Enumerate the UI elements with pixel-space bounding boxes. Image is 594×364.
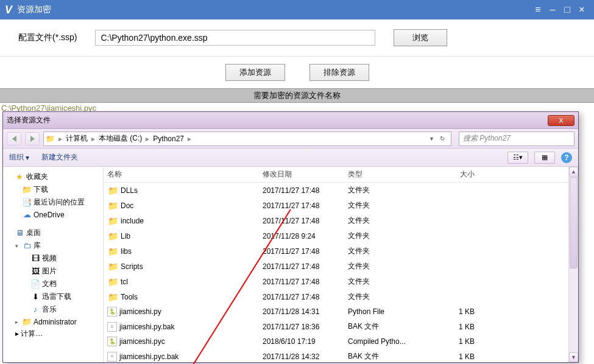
tree-administrator[interactable]: ▸📁Administrator	[4, 316, 102, 327]
col-date[interactable]: 修改日期	[259, 167, 344, 182]
file-row[interactable]: 🐍jiamiceshi.py2017/11/28 14:31Python Fil…	[104, 304, 578, 319]
app-logo: V	[5, 4, 12, 16]
file-row[interactable]: ≡jiamiceshi.py.bak2017/11/27 18:36BAK 文件…	[104, 319, 578, 334]
file-row[interactable]: 📁libs2017/11/27 17:48文件夹	[104, 243, 578, 259]
refresh-button[interactable]: ↻	[437, 134, 447, 144]
file-date: 2018/6/10 17:19	[259, 335, 344, 348]
dialog-title: 选择资源文件	[7, 115, 548, 125]
tree-desktop[interactable]: 🖥桌面	[4, 226, 102, 239]
file-name: tcl	[121, 278, 128, 286]
browse-button[interactable]: 浏览	[394, 29, 447, 46]
file-name: jiamiceshi.py	[119, 307, 161, 316]
video-icon: 🎞	[30, 254, 40, 263]
file-list: 名称 修改日期 类型 大小 📁DLLs2017/11/27 17:48文件夹📁D…	[104, 167, 578, 362]
file-row[interactable]: 📁Doc2017/11/27 17:48文件夹	[104, 198, 578, 213]
col-name[interactable]: 名称	[104, 167, 259, 182]
tree-pictures[interactable]: 🖼图片	[4, 265, 102, 278]
maximize-button[interactable]: □	[560, 4, 575, 15]
folder-icon: 📁	[107, 201, 118, 211]
new-folder-button[interactable]: 新建文件夹	[41, 152, 78, 163]
file-type: 文件夹	[344, 289, 430, 304]
file-name: Doc	[121, 201, 133, 210]
tree-libraries[interactable]: ▾🗀库	[4, 239, 102, 252]
file-row[interactable]: 📁include2017/11/27 17:48文件夹	[104, 213, 578, 228]
file-row[interactable]: 📁Scripts2017/11/27 17:48文件夹	[104, 259, 578, 274]
tree-music[interactable]: ♪音乐	[4, 303, 102, 316]
config-path-input[interactable]	[95, 30, 375, 46]
file-size: 1 KB	[430, 350, 478, 363]
app-titlebar: V 资源加密 ≡ – □ ×	[0, 0, 594, 19]
minimize-button[interactable]: –	[545, 4, 560, 15]
file-row[interactable]: ≡jiamiceshi.pyc.bak2017/11/28 14:32BAK 文…	[104, 349, 578, 362]
nav-back-button[interactable]	[7, 132, 21, 145]
scroll-up-button[interactable]: ▲	[569, 167, 578, 177]
tree-videos[interactable]: 🎞视频	[4, 252, 102, 265]
arrow-right-icon	[30, 136, 35, 142]
file-size	[430, 234, 478, 239]
file-size	[430, 264, 478, 269]
breadcrumb-folder[interactable]: Python27	[150, 135, 186, 143]
breadcrumb-drop-button[interactable]: ▾	[426, 134, 436, 144]
file-row[interactable]: 📁Tools2017/11/27 17:48文件夹	[104, 289, 578, 304]
python-file-icon: 🐍	[107, 337, 117, 346]
dialog-close-button[interactable]: X	[548, 115, 575, 126]
python-file-icon: 🐍	[107, 307, 117, 317]
file-row[interactable]: 🐍jiamiceshi.pyc2018/6/10 17:19Compiled P…	[104, 334, 578, 349]
add-resource-button[interactable]: 添加资源	[225, 64, 285, 81]
file-date: 2017/11/27 17:48	[259, 290, 344, 304]
file-type: 文件夹	[344, 198, 430, 213]
folder-icon: 📁	[107, 277, 118, 287]
col-size[interactable]: 大小	[430, 167, 478, 182]
folder-icon: 📁	[22, 185, 32, 194]
file-type: Compiled Pytho...	[344, 335, 430, 348]
action-row: 添加资源 排除资源	[0, 57, 594, 88]
tree-more[interactable]: ▸ 计算…	[4, 327, 102, 340]
file-size	[430, 203, 478, 208]
file-size	[430, 249, 478, 254]
config-row: 配置文件(*.ssp) 浏览	[0, 19, 594, 57]
file-size	[430, 295, 478, 299]
search-input[interactable]: 搜索 Python27	[459, 131, 575, 146]
file-row[interactable]: 📁tcl2017/11/27 17:48文件夹	[104, 274, 578, 289]
text-file-icon: ≡	[107, 352, 117, 362]
tree-onedrive[interactable]: ☁OneDrive	[4, 209, 102, 220]
file-date: 2017/11/28 14:31	[259, 305, 344, 318]
menu-icon[interactable]: ≡	[531, 4, 545, 15]
close-button[interactable]: ×	[575, 4, 589, 15]
view-mode-button[interactable]: ☷ ▾	[507, 152, 528, 164]
breadcrumb[interactable]: 📁 ▸ 计算机 ▸ 本地磁盘 (C:) ▸ Python27 ▸ ▾ ↻	[43, 131, 451, 146]
arrow-left-icon	[12, 136, 16, 142]
preview-pane-button[interactable]: ▦	[534, 152, 555, 164]
file-name: Scripts	[121, 262, 143, 271]
breadcrumb-drive[interactable]: 本地磁盘 (C:)	[96, 133, 144, 144]
file-row[interactable]: 📁DLLs2017/11/27 17:48文件夹	[104, 183, 578, 198]
nav-forward-button[interactable]	[25, 132, 40, 145]
file-name: DLLs	[121, 186, 138, 195]
col-type[interactable]: 类型	[344, 167, 430, 182]
help-button[interactable]: ?	[561, 152, 572, 163]
folder-icon: 📁	[107, 186, 118, 195]
organize-button[interactable]: 组织 ▾	[9, 152, 29, 163]
file-name: libs	[121, 247, 132, 256]
remove-resource-button[interactable]: 排除资源	[309, 64, 369, 81]
recent-icon: 📑	[22, 198, 32, 207]
tree-thunder[interactable]: ⬇迅雷下载	[4, 290, 102, 303]
file-type: 文件夹	[344, 228, 430, 243]
dialog-titlebar[interactable]: 选择资源文件 X	[3, 112, 578, 129]
tree-favorites[interactable]: ★收藏夹	[4, 170, 102, 183]
dialog-nav: 📁 ▸ 计算机 ▸ 本地磁盘 (C:) ▸ Python27 ▸ ▾ ↻ 搜索 …	[3, 129, 578, 149]
file-row[interactable]: 📁Lib2017/11/28 9:24文件夹	[104, 228, 578, 243]
download-icon: ⬇	[30, 292, 40, 301]
tree-downloads[interactable]: 📁下载	[4, 183, 102, 196]
app-title: 资源加密	[17, 4, 51, 15]
file-type: 文件夹	[344, 259, 430, 274]
scroll-down-button[interactable]: ▼	[569, 352, 578, 362]
pictures-icon: 🖼	[30, 267, 40, 276]
tree-recent[interactable]: 📑最近访问的位置	[4, 196, 102, 209]
scrollbar[interactable]: ▲ ▼	[568, 167, 578, 362]
text-file-icon: ≡	[107, 322, 117, 332]
scroll-thumb[interactable]	[570, 177, 578, 268]
breadcrumb-root[interactable]: 计算机	[63, 133, 90, 144]
tree-documents[interactable]: 📄文档	[4, 278, 102, 290]
config-label: 配置文件(*.ssp)	[18, 32, 77, 43]
